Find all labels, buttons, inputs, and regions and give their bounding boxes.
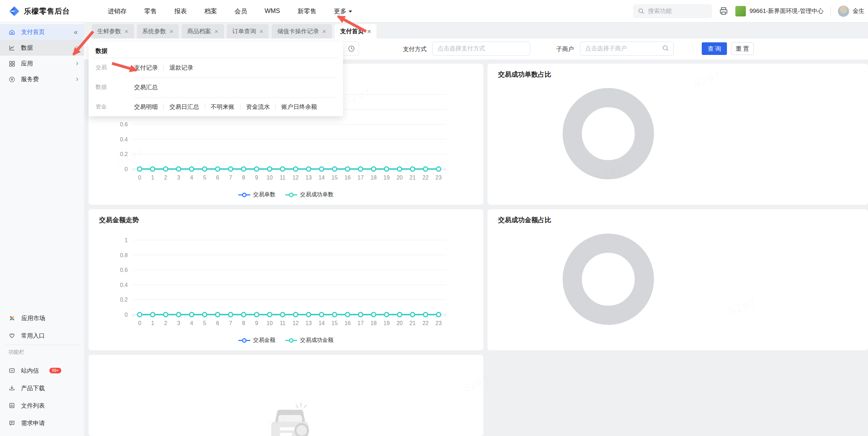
sidebar-item-应用市场[interactable]: 应用市场 xyxy=(0,310,84,326)
sidebar-item-需求申请[interactable]: 需求申请 xyxy=(0,415,84,431)
svg-text:0.2: 0.2 xyxy=(120,151,128,157)
menu-item-交易明细[interactable]: 交易明细 xyxy=(134,103,158,111)
legend-item-交易成功金额[interactable]: 交易成功金额 xyxy=(285,337,334,344)
sidebar-item-文件列表[interactable]: 文件列表 xyxy=(0,398,84,413)
nav-item-3[interactable]: 档案 xyxy=(204,7,217,15)
tab-支付首页[interactable]: 支付首页× xyxy=(335,24,377,38)
chart-icon xyxy=(8,44,15,51)
logo-icon xyxy=(9,6,20,16)
svg-text:9: 9 xyxy=(255,175,258,181)
chart-title: 交易成功单数占比 xyxy=(498,70,551,79)
more-menu-dropdown: 数据 交易 支付记录退款记录 数据 交易汇总 资金 交易明细交易日汇总不明来账资… xyxy=(89,42,343,116)
menu-item-交易汇总[interactable]: 交易汇总 xyxy=(134,83,158,91)
pay-method-label: 支付方式 xyxy=(403,45,427,53)
app-logo[interactable]: 乐檬零售后台 xyxy=(9,6,104,16)
tab-label: 商品档案 xyxy=(187,27,211,35)
avatar xyxy=(838,6,849,17)
tab-系统参数[interactable]: 系统参数× xyxy=(137,24,179,38)
svg-text:20: 20 xyxy=(397,320,403,326)
svg-text:11: 11 xyxy=(280,320,286,326)
svg-text:18: 18 xyxy=(370,320,377,326)
nav-item-more[interactable]: 更多 xyxy=(334,7,352,15)
legend-item-交易成功单数[interactable]: 交易成功单数 xyxy=(285,191,334,198)
collapse-sidebar-icon[interactable]: « xyxy=(74,28,78,36)
sidebar-item-数据[interactable]: 数据 › xyxy=(0,40,84,56)
nav-item-5[interactable]: WMS xyxy=(265,7,280,15)
topbar-right: 搜索功能 99661-新界面环境-管理中心 金生 xyxy=(633,4,864,18)
svg-text:9: 9 xyxy=(255,320,258,326)
svg-text:0.2: 0.2 xyxy=(120,297,128,303)
svg-text:15: 15 xyxy=(331,175,338,181)
tab-close-icon[interactable]: × xyxy=(322,28,326,35)
sub-merchant-label: 子商户 xyxy=(556,45,574,53)
chevron-right-icon: › xyxy=(76,59,78,67)
svg-text:19: 19 xyxy=(384,320,390,326)
svg-text:0: 0 xyxy=(125,166,128,172)
tab-close-icon[interactable]: × xyxy=(368,28,371,35)
svg-text:0.6: 0.6 xyxy=(120,121,128,127)
tab-商品档案[interactable]: 商品档案× xyxy=(182,24,224,38)
svg-text:1: 1 xyxy=(151,320,154,326)
svg-text:5: 5 xyxy=(203,320,206,326)
svg-text:0: 0 xyxy=(125,312,128,318)
dropdown-group-label: 交易 xyxy=(96,64,107,71)
tab-close-icon[interactable]: × xyxy=(125,28,128,35)
sub-merchant-input[interactable] xyxy=(580,42,674,56)
apps-icon xyxy=(8,60,15,67)
svg-text:4: 4 xyxy=(190,175,193,181)
sidebar-item-label: 站内信 xyxy=(21,367,39,375)
nav-item-0[interactable]: 进销存 xyxy=(108,7,127,15)
sidebar-item-应用[interactable]: 应用 › xyxy=(0,56,84,71)
sidebar-item-站内信[interactable]: 站内信 99+ xyxy=(0,363,84,378)
nav-item-1[interactable]: 零售 xyxy=(144,7,157,15)
svg-text:12: 12 xyxy=(293,175,299,181)
legend-item-交易单数[interactable]: 交易单数 xyxy=(238,191,275,198)
divider xyxy=(240,104,240,110)
menu-item-不明来账[interactable]: 不明来账 xyxy=(211,103,234,111)
dropdown-group-label: 数据 xyxy=(96,84,107,91)
sidebar-item-服务费[interactable]: 服务费 › xyxy=(0,71,84,87)
printer-icon[interactable] xyxy=(719,6,728,16)
legend-item-交易金额[interactable]: 交易金额 xyxy=(238,337,275,344)
legend-marker xyxy=(238,338,250,343)
store-avatar xyxy=(735,6,746,16)
svg-text:3: 3 xyxy=(177,320,180,326)
tab-close-icon[interactable]: × xyxy=(215,28,218,35)
legend-label: 交易成功单数 xyxy=(300,191,334,198)
nav-item-4[interactable]: 会员 xyxy=(234,7,247,15)
pay-method-input[interactable] xyxy=(432,42,530,56)
store-switcher[interactable]: 99661-新界面环境-管理中心 xyxy=(735,6,824,16)
tab-close-icon[interactable]: × xyxy=(260,28,264,35)
search-input[interactable]: 搜索功能 xyxy=(633,4,712,18)
query-button[interactable]: 查询 xyxy=(702,42,727,55)
sidebar-item-支付首页[interactable]: 支付首页 « xyxy=(0,24,84,40)
svg-text:8: 8 xyxy=(242,320,245,326)
divider xyxy=(163,64,164,71)
svg-text:1: 1 xyxy=(125,237,128,243)
nav-item-2[interactable]: 报表 xyxy=(174,7,187,15)
svg-text:13: 13 xyxy=(306,320,312,326)
tab-label: 支付首页 xyxy=(340,27,364,35)
nav-item-6[interactable]: 新零售 xyxy=(298,7,316,15)
menu-item-资金流水[interactable]: 资金流水 xyxy=(246,103,270,111)
menu-item-账户日终余额[interactable]: 账户日终余额 xyxy=(281,103,317,111)
svg-text:3: 3 xyxy=(177,175,180,181)
reset-button[interactable]: 重置 xyxy=(731,42,754,55)
menu-item-支付记录[interactable]: 支付记录 xyxy=(134,64,158,72)
svg-text:0: 0 xyxy=(138,175,141,181)
sidebar-item-常用入口[interactable]: 常用入口 xyxy=(0,328,84,343)
user-menu[interactable]: 金生 xyxy=(838,6,864,17)
tab-生鲜参数[interactable]: 生鲜参数× xyxy=(92,24,134,38)
market-icon xyxy=(8,315,16,322)
tab-储值卡操作记录[interactable]: 储值卡操作记录× xyxy=(272,24,332,38)
svg-text:2: 2 xyxy=(164,175,167,181)
sidebar-item-label: 支付首页 xyxy=(21,28,45,36)
tab-订单查询[interactable]: 订单查询× xyxy=(227,24,269,38)
divider xyxy=(205,104,205,110)
tab-close-icon[interactable]: × xyxy=(170,28,174,35)
sidebar-item-产品下载[interactable]: 产品下载 xyxy=(0,380,84,396)
menu-item-交易日汇总[interactable]: 交易日汇总 xyxy=(169,103,199,111)
chart-title: 交易成功金额占比 xyxy=(498,216,551,225)
success-orders-ratio-card: 交易成功单数占比 xyxy=(488,64,868,205)
menu-item-退款记录[interactable]: 退款记录 xyxy=(169,64,193,72)
